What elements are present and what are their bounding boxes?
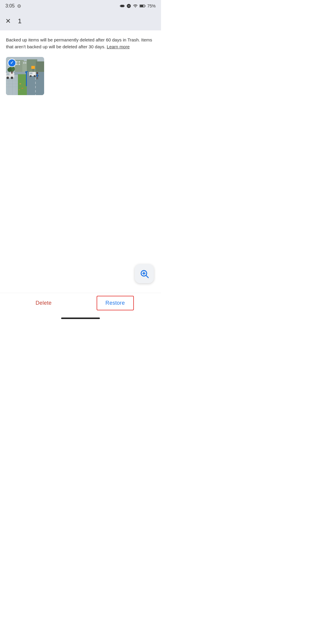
svg-point-26 bbox=[24, 85, 25, 86]
zoom-in-icon bbox=[140, 269, 149, 278]
svg-rect-2 bbox=[145, 5, 145, 7]
svg-rect-50 bbox=[11, 71, 13, 74]
svg-line-52 bbox=[146, 275, 148, 278]
photo-grid bbox=[6, 57, 155, 95]
svg-point-49 bbox=[7, 68, 12, 72]
svg-line-44 bbox=[37, 77, 37, 79]
dnd-icon bbox=[126, 4, 131, 8]
checkmark-badge bbox=[8, 59, 16, 67]
status-bar: 3:05 ⚙ 75% bbox=[0, 0, 161, 12]
close-button[interactable]: ✕ bbox=[5, 18, 11, 24]
trash-info-text: Backed up items will be permanently dele… bbox=[6, 36, 155, 50]
svg-rect-46 bbox=[31, 66, 35, 69]
photo-item[interactable] bbox=[6, 57, 44, 95]
action-bar: ✕ 1 bbox=[0, 12, 161, 30]
svg-point-40 bbox=[36, 72, 38, 74]
svg-point-34 bbox=[7, 77, 9, 79]
selected-count: 1 bbox=[18, 17, 21, 25]
svg-rect-33 bbox=[7, 73, 10, 75]
wifi-icon bbox=[133, 4, 138, 8]
battery-icon bbox=[140, 4, 145, 8]
status-right: 75% bbox=[120, 4, 156, 8]
svg-rect-13 bbox=[25, 62, 26, 64]
svg-line-45 bbox=[38, 77, 38, 79]
home-indicator bbox=[61, 318, 100, 319]
svg-rect-10 bbox=[16, 64, 18, 65]
svg-rect-1 bbox=[140, 5, 143, 7]
svg-rect-23 bbox=[18, 74, 27, 95]
svg-rect-41 bbox=[37, 74, 38, 77]
svg-rect-6 bbox=[27, 59, 37, 72]
svg-point-27 bbox=[19, 89, 20, 90]
svg-point-38 bbox=[30, 75, 32, 77]
svg-rect-12 bbox=[23, 62, 24, 64]
svg-point-39 bbox=[34, 75, 35, 77]
status-left: 3:05 ⚙ bbox=[5, 3, 21, 9]
svg-point-25 bbox=[21, 88, 23, 89]
svg-rect-9 bbox=[18, 61, 20, 63]
restore-button[interactable]: Restore bbox=[97, 296, 134, 310]
svg-rect-8 bbox=[16, 61, 18, 63]
battery-percent: 75% bbox=[147, 4, 156, 8]
main-content: Backed up items will be permanently dele… bbox=[0, 30, 161, 95]
status-time: 3:05 bbox=[5, 3, 15, 9]
svg-rect-37 bbox=[30, 72, 32, 74]
svg-point-35 bbox=[11, 77, 13, 79]
svg-rect-47 bbox=[33, 69, 33, 72]
svg-rect-7 bbox=[36, 61, 44, 72]
bottom-bar: Delete Restore bbox=[0, 293, 161, 313]
svg-point-24 bbox=[19, 83, 21, 84]
svg-rect-11 bbox=[18, 64, 20, 65]
delete-button[interactable]: Delete bbox=[27, 296, 60, 310]
gear-icon: ⚙ bbox=[17, 3, 21, 9]
vibrate-icon bbox=[120, 4, 125, 8]
learn-more-link[interactable]: Learn more bbox=[107, 44, 130, 49]
zoom-fab-button[interactable] bbox=[135, 264, 154, 283]
